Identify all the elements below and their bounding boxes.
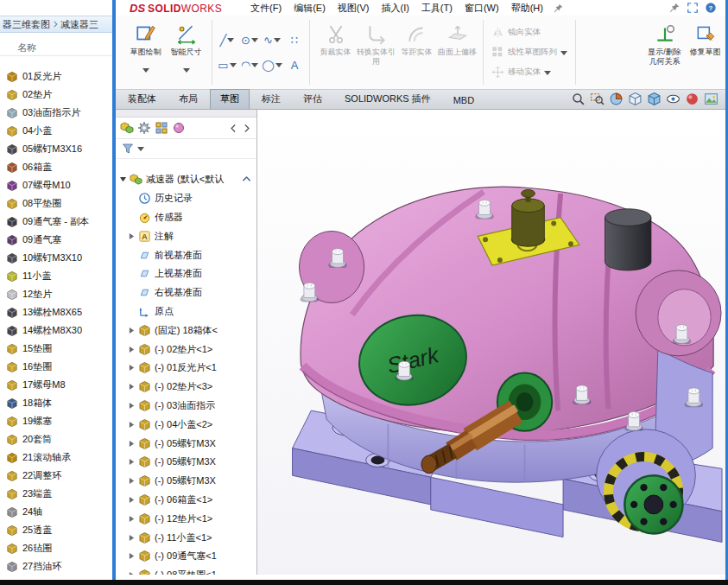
circle-tool-icon[interactable]: ⊙ [239, 29, 260, 52]
menu-item-6[interactable]: 帮助(H) [505, 0, 549, 16]
tab-4[interactable]: 评估 [293, 89, 332, 109]
file-list-item[interactable]: 01反光片 [0, 67, 112, 86]
file-list-item[interactable]: 09通气塞 - 副本 [0, 213, 112, 231]
point-tool-icon[interactable]: ∷ [284, 29, 305, 52]
breadcrumb-folder[interactable]: 器三维套图 [3, 18, 50, 31]
menu-pin-icon[interactable] [553, 3, 564, 14]
feature-manager-tab[interactable] [120, 121, 134, 135]
tab-2[interactable]: 草图 [210, 89, 250, 109]
tree-item[interactable]: 传感器 [116, 208, 256, 227]
ellipse-tool-icon[interactable]: ◯ [262, 54, 282, 77]
expand-arrow-icon[interactable] [129, 308, 137, 315]
file-list-item[interactable]: 19螺塞 [0, 412, 112, 430]
file-list-item[interactable]: 11小盖 [0, 267, 112, 285]
tree-item[interactable]: 右视基准面 [116, 283, 256, 302]
tree-item[interactable]: (-) 02垫片<1> [116, 340, 256, 359]
menu-item-3[interactable]: 插入(I) [375, 0, 415, 16]
zoom-fit-icon[interactable] [571, 92, 586, 106]
ribbon-button[interactable]: 曲面上偏移 [437, 18, 478, 86]
file-list-item[interactable]: 20套筒 [0, 430, 112, 448]
file-list-item[interactable]: 06箱盖 [0, 158, 112, 176]
tree-item[interactable]: (-) 06箱盖<1> [116, 491, 256, 510]
ribbon-button[interactable]: 转换实体引用 [356, 18, 396, 86]
expand-arrow-icon[interactable] [129, 496, 137, 504]
spline-tool-icon[interactable]: ∿ [262, 29, 282, 52]
line-tool-icon[interactable]: ╱ [217, 29, 237, 52]
pin-icon[interactable] [668, 2, 681, 14]
expand-arrow-icon[interactable] [129, 232, 137, 240]
expand-arrow-icon[interactable] [129, 477, 137, 485]
display-manager-tab[interactable] [172, 121, 186, 135]
menu-item-2[interactable]: 视图(V) [332, 0, 376, 16]
expand-arrow-icon[interactable] [129, 383, 137, 391]
file-list-item[interactable]: 08平垫圈 [0, 194, 112, 213]
file-list-item[interactable]: 10螺钉M3X10 [0, 249, 112, 267]
file-list-item[interactable]: 05螺钉M3X16 [0, 140, 112, 158]
menu-item-4[interactable]: 工具(T) [415, 0, 459, 16]
expand-arrow-icon[interactable] [129, 402, 137, 410]
expand-arrow-icon[interactable] [129, 346, 137, 353]
file-list-item[interactable]: 02垫片 [0, 86, 112, 104]
tree-item[interactable]: 上视基准面 [116, 264, 256, 283]
tree-item[interactable]: 原点 [116, 302, 256, 321]
zoom-area-icon[interactable] [590, 92, 605, 106]
file-list-item[interactable]: 15垫圈 [0, 340, 112, 358]
ribbon-button[interactable]: 显示/删除几何关系 [644, 18, 685, 86]
tree-item[interactable]: (-) 04小盖<2> [116, 415, 256, 434]
breadcrumb-folder-current[interactable]: 减速器三 [60, 18, 98, 31]
expand-arrow-icon[interactable] [129, 213, 137, 221]
file-list-item[interactable]: 17螺母M8 [0, 376, 112, 394]
file-list-item[interactable]: 23端盖 [0, 485, 112, 503]
file-list-item[interactable]: 22调整环 [0, 467, 112, 485]
filter-funnel-icon[interactable] [121, 142, 135, 156]
tree-item[interactable]: (-) 05螺钉M3X [116, 434, 256, 453]
ribbon-button[interactable]: 修复草图 [685, 18, 725, 86]
view-orientation-icon[interactable] [628, 92, 643, 106]
expand-arrow-icon[interactable] [129, 440, 137, 448]
tab-1[interactable]: 布局 [168, 89, 208, 109]
file-list-item[interactable]: 14螺栓M8X30 [0, 321, 112, 340]
expand-arrow-icon[interactable] [129, 552, 137, 560]
tree-item[interactable]: 前视基准面 [116, 245, 256, 264]
expand-arrow-icon[interactable] [129, 270, 137, 277]
appearance-icon[interactable] [685, 92, 700, 106]
tab-0[interactable]: 装配体 [117, 89, 167, 109]
ribbon-stack-button[interactable]: 线性草图阵列 [488, 44, 571, 61]
text-tool-icon[interactable]: A [284, 54, 305, 77]
expand-arrow-icon[interactable] [129, 421, 137, 429]
file-list-item[interactable]: 25透盖 [0, 521, 112, 539]
file-list-item[interactable]: 21滚动轴承 [0, 448, 112, 467]
property-manager-tab[interactable] [137, 121, 151, 135]
file-list-item[interactable]: 03油面指示片 [0, 104, 112, 122]
tree-item[interactable]: (-) 05螺钉M3X [116, 472, 256, 491]
scene-icon[interactable] [704, 92, 719, 106]
tree-item[interactable]: (-) 05螺钉M3X [116, 453, 256, 472]
section-view-icon[interactable] [609, 92, 624, 106]
file-list-item[interactable]: 09通气塞 [0, 231, 112, 249]
expand-arrow-icon[interactable] [129, 327, 137, 334]
panel-splitbar[interactable] [116, 110, 256, 118]
tree-filter[interactable] [116, 139, 256, 159]
chev-left-icon[interactable] [228, 123, 239, 134]
expand-arrow-icon[interactable] [129, 364, 137, 372]
expand-arrow-icon[interactable] [120, 175, 129, 183]
gearbox-model[interactable]: Stark [257, 110, 725, 575]
filter-caret-icon[interactable] [137, 146, 144, 151]
hide-show-icon[interactable] [666, 92, 681, 106]
file-list-item[interactable]: 18箱体 [0, 394, 112, 412]
menu-item-0[interactable]: 文件(F) [244, 0, 288, 16]
file-list-item[interactable]: 07螺母M10 [0, 176, 112, 194]
tree-item[interactable]: A注解 [116, 226, 256, 245]
file-list-item[interactable]: 27挡油环 [0, 557, 112, 575]
input-cylinder[interactable] [605, 209, 651, 270]
graphics-area[interactable]: Stark [257, 110, 725, 575]
help-icon[interactable]: ? [705, 2, 717, 14]
ribbon-stack-button[interactable]: 镜向实体 [488, 24, 571, 41]
expand-arrow-icon[interactable] [129, 515, 137, 523]
menu-item-1[interactable]: 编辑(E) [288, 0, 332, 16]
tree-item[interactable]: (-) 08平垫圈<1 [116, 566, 256, 575]
arc-tool-icon[interactable]: ◠ [239, 54, 260, 77]
ribbon-button[interactable]: 等距实体 [396, 18, 437, 86]
file-list-item[interactable]: 26毡圈 [0, 539, 112, 557]
configuration-manager-tab[interactable] [155, 121, 168, 135]
